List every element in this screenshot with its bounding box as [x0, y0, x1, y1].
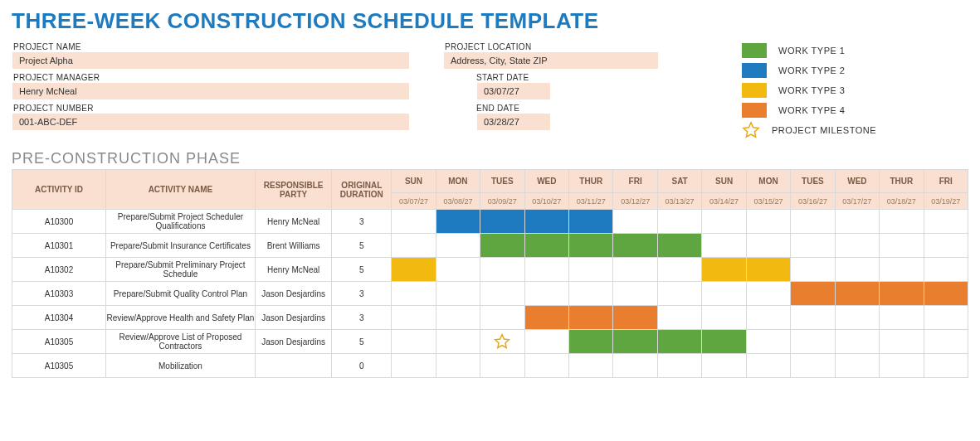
- gantt-empty-cell[interactable]: [392, 354, 436, 378]
- gantt-empty-cell[interactable]: [569, 282, 613, 306]
- cell-activity-name[interactable]: Prepare/Submit Project Scheduler Qualifi…: [106, 210, 256, 234]
- gantt-empty-cell[interactable]: [702, 306, 746, 330]
- gantt-empty-cell[interactable]: [702, 234, 746, 258]
- gantt-bar-cell[interactable]: [524, 234, 568, 258]
- gantt-empty-cell[interactable]: [746, 234, 790, 258]
- gantt-empty-cell[interactable]: [702, 210, 746, 234]
- gantt-empty-cell[interactable]: [791, 330, 835, 354]
- cell-responsible-party[interactable]: Henry McNeal: [255, 210, 331, 234]
- gantt-empty-cell[interactable]: [835, 234, 879, 258]
- gantt-empty-cell[interactable]: [880, 234, 924, 258]
- gantt-bar-cell[interactable]: [924, 282, 968, 306]
- cell-activity-name[interactable]: Prepare/Submit Quality Control Plan: [106, 282, 256, 306]
- gantt-empty-cell[interactable]: [524, 258, 568, 282]
- gantt-empty-cell[interactable]: [924, 210, 968, 234]
- gantt-bar-cell[interactable]: [392, 258, 436, 282]
- gantt-empty-cell[interactable]: [436, 306, 480, 330]
- cell-responsible-party[interactable]: Henry McNeal: [255, 258, 331, 282]
- gantt-empty-cell[interactable]: [880, 306, 924, 330]
- gantt-empty-cell[interactable]: [835, 354, 879, 378]
- project-number-input[interactable]: 001-ABC-DEF: [12, 113, 410, 131]
- gantt-bar-cell[interactable]: [569, 330, 613, 354]
- gantt-empty-cell[interactable]: [880, 258, 924, 282]
- cell-duration[interactable]: 5: [332, 330, 392, 354]
- gantt-empty-cell[interactable]: [569, 258, 613, 282]
- cell-activity-name[interactable]: Review/Approve List of Proposed Contract…: [106, 330, 256, 354]
- cell-activity-name[interactable]: Review/Approve Health and Safety Plan: [106, 306, 256, 330]
- gantt-bar-cell[interactable]: [480, 234, 524, 258]
- gantt-bar-cell[interactable]: [702, 258, 746, 282]
- gantt-empty-cell[interactable]: [613, 258, 657, 282]
- gantt-bar-cell[interactable]: [524, 210, 568, 234]
- gantt-empty-cell[interactable]: [924, 234, 968, 258]
- cell-duration[interactable]: 3: [332, 210, 392, 234]
- start-date-input[interactable]: 03/07/27: [476, 82, 551, 100]
- gantt-empty-cell[interactable]: [746, 210, 790, 234]
- cell-activity-id[interactable]: A10300: [12, 210, 106, 234]
- gantt-empty-cell[interactable]: [880, 330, 924, 354]
- cell-activity-id[interactable]: A10302: [12, 258, 106, 282]
- gantt-empty-cell[interactable]: [392, 234, 436, 258]
- gantt-empty-cell[interactable]: [480, 282, 524, 306]
- gantt-bar-cell[interactable]: [835, 282, 879, 306]
- cell-activity-id[interactable]: A10305: [12, 354, 106, 378]
- gantt-empty-cell[interactable]: [392, 330, 436, 354]
- gantt-empty-cell[interactable]: [480, 258, 524, 282]
- gantt-empty-cell[interactable]: [392, 306, 436, 330]
- gantt-bar-cell[interactable]: [436, 210, 480, 234]
- gantt-empty-cell[interactable]: [880, 354, 924, 378]
- gantt-empty-cell[interactable]: [746, 282, 790, 306]
- gantt-bar-cell[interactable]: [569, 234, 613, 258]
- project-manager-input[interactable]: Henry McNeal: [12, 82, 410, 100]
- gantt-empty-cell[interactable]: [791, 234, 835, 258]
- cell-activity-id[interactable]: A10305: [12, 330, 106, 354]
- gantt-bar-cell[interactable]: [702, 330, 746, 354]
- gantt-empty-cell[interactable]: [613, 282, 657, 306]
- cell-duration[interactable]: 0: [332, 354, 392, 378]
- gantt-empty-cell[interactable]: [702, 354, 746, 378]
- gantt-empty-cell[interactable]: [924, 330, 968, 354]
- gantt-empty-cell[interactable]: [436, 330, 480, 354]
- gantt-bar-cell[interactable]: [613, 306, 657, 330]
- gantt-empty-cell[interactable]: [524, 354, 568, 378]
- gantt-bar-cell[interactable]: [791, 282, 835, 306]
- gantt-bar-cell[interactable]: [613, 234, 657, 258]
- cell-duration[interactable]: 3: [332, 306, 392, 330]
- gantt-empty-cell[interactable]: [657, 258, 701, 282]
- gantt-empty-cell[interactable]: [392, 282, 436, 306]
- gantt-empty-cell[interactable]: [436, 354, 480, 378]
- gantt-empty-cell[interactable]: [702, 282, 746, 306]
- cell-activity-id[interactable]: A10303: [12, 282, 106, 306]
- gantt-empty-cell[interactable]: [924, 258, 968, 282]
- gantt-empty-cell[interactable]: [835, 258, 879, 282]
- gantt-bar-cell[interactable]: [569, 210, 613, 234]
- gantt-empty-cell[interactable]: [657, 306, 701, 330]
- cell-activity-id[interactable]: A10304: [12, 306, 106, 330]
- gantt-empty-cell[interactable]: [791, 354, 835, 378]
- gantt-empty-cell[interactable]: [436, 234, 480, 258]
- cell-activity-id[interactable]: A10301: [12, 234, 106, 258]
- cell-responsible-party[interactable]: Jason Desjardins: [255, 330, 331, 354]
- gantt-bar-cell[interactable]: [569, 306, 613, 330]
- gantt-bar-cell[interactable]: [480, 210, 524, 234]
- gantt-empty-cell[interactable]: [746, 354, 790, 378]
- gantt-empty-cell[interactable]: [569, 354, 613, 378]
- project-name-input[interactable]: Project Alpha: [12, 51, 410, 70]
- gantt-empty-cell[interactable]: [746, 330, 790, 354]
- end-date-input[interactable]: 03/28/27: [476, 113, 551, 131]
- gantt-empty-cell[interactable]: [613, 210, 657, 234]
- gantt-empty-cell[interactable]: [480, 306, 524, 330]
- cell-responsible-party[interactable]: Jason Desjardins: [255, 306, 331, 330]
- gantt-empty-cell[interactable]: [613, 354, 657, 378]
- cell-duration[interactable]: 5: [332, 234, 392, 258]
- gantt-bar-cell[interactable]: [657, 234, 701, 258]
- cell-duration[interactable]: 3: [332, 282, 392, 306]
- gantt-empty-cell[interactable]: [657, 282, 701, 306]
- gantt-empty-cell[interactable]: [436, 282, 480, 306]
- gantt-bar-cell[interactable]: [524, 306, 568, 330]
- gantt-empty-cell[interactable]: [924, 354, 968, 378]
- cell-activity-name[interactable]: Prepare/Submit Preliminary Project Sched…: [106, 258, 256, 282]
- cell-responsible-party[interactable]: Brent Williams: [255, 234, 331, 258]
- cell-activity-name[interactable]: Mobilization: [106, 354, 256, 378]
- project-location-input[interactable]: Address, City, State ZIP: [443, 51, 659, 70]
